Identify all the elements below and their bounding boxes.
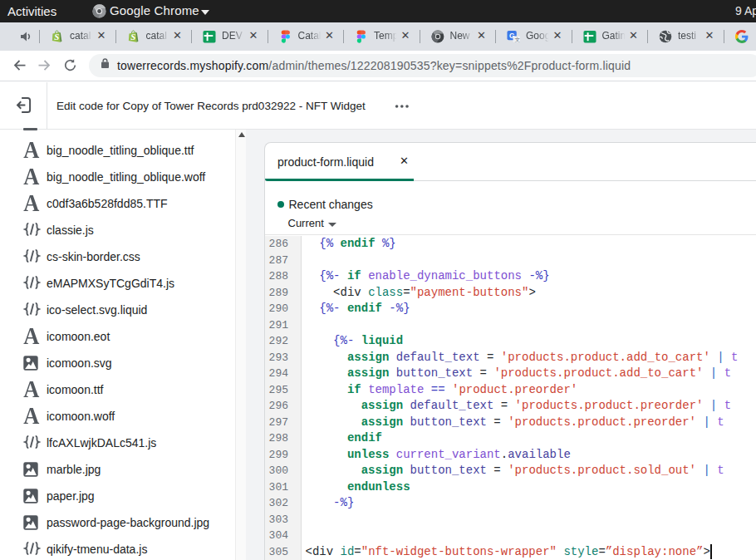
svg-text:S: S [54,32,59,42]
svg-text:S: S [130,32,135,42]
svg-text:文: 文 [514,37,520,42]
